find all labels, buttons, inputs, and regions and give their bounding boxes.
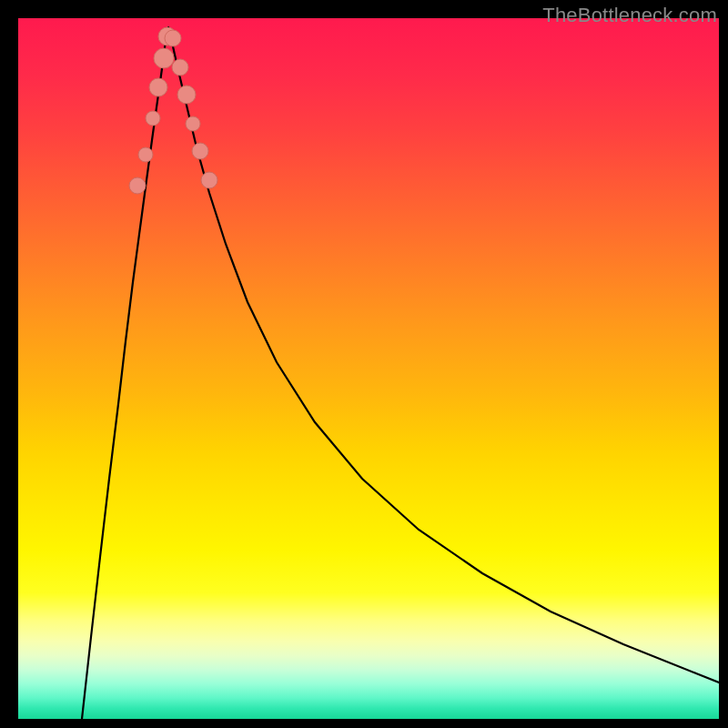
left-curve xyxy=(82,27,168,719)
watermark-text: TheBottleneck.com xyxy=(542,4,717,27)
scatter-dot xyxy=(172,59,188,76)
scatter-dot xyxy=(154,48,174,68)
scatter-dot xyxy=(146,111,160,126)
scatter-dot xyxy=(129,177,146,194)
scatter-dot xyxy=(138,147,153,162)
scatter-dot xyxy=(165,30,181,46)
scatter-dot xyxy=(177,86,196,104)
scatter-dot xyxy=(201,172,217,188)
scatter-dot xyxy=(149,78,167,96)
right-curve xyxy=(168,27,719,682)
chart-plot-area xyxy=(18,18,719,719)
scatter-dot xyxy=(192,143,208,159)
chart-svg xyxy=(18,18,719,719)
scatter-dot xyxy=(186,116,200,131)
